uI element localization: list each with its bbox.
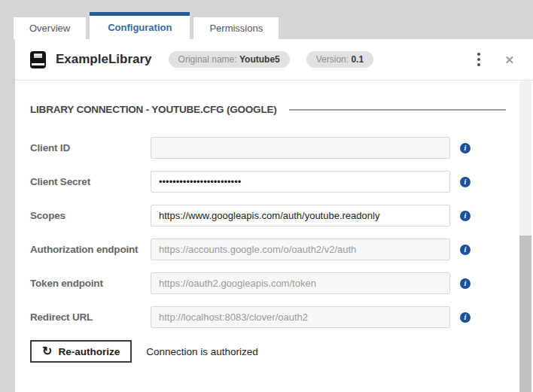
footer-row: ↻ Re-authorize Connection is authorized (30, 340, 506, 363)
reauthorize-button[interactable]: ↻ Re-authorize (30, 340, 132, 363)
tab-overview[interactable]: Overview (14, 17, 86, 39)
close-icon[interactable]: ✕ (504, 54, 514, 65)
library-book-icon (30, 51, 46, 68)
field-row-scopes: Scopesi (30, 205, 506, 226)
token-endpoint-info-icon[interactable]: i (460, 278, 471, 289)
client-secret-label: Client Secret (30, 176, 151, 187)
token-endpoint-input (151, 272, 450, 294)
token-endpoint-label: Token endpoint (30, 278, 151, 289)
badge-value: Youtube5 (239, 54, 280, 65)
tab-permissions[interactable]: Permissions (193, 17, 279, 39)
section-divider (289, 109, 506, 111)
field-row-redirect-url: Redirect URLi (30, 306, 506, 328)
field-row-token-endpoint: Token endpointi (30, 272, 506, 294)
connection-status-text: Connection is authorized (146, 346, 258, 357)
header-actions: ✕ (474, 51, 518, 68)
authorization-endpoint-input (151, 239, 450, 260)
version-badge: Version: 0.1 (306, 51, 373, 68)
vertical-scrollbar[interactable] (519, 81, 531, 392)
section-title: LIBRARY CONNECTION - YOUTUBE.CFG (GOOGLE… (30, 104, 277, 115)
authorization-endpoint-info-icon[interactable]: i (460, 245, 471, 255)
section-header: LIBRARY CONNECTION - YOUTUBE.CFG (GOOGLE… (30, 104, 506, 115)
badge-value: 0.1 (351, 54, 364, 65)
client-id-input (151, 137, 450, 159)
page-title: ExampleLibrary (56, 52, 152, 67)
field-row-client-id: Client IDi (30, 137, 506, 159)
client-secret-info-icon[interactable]: i (460, 177, 471, 187)
panel-header: ExampleLibrary Original name: Youtube5 V… (15, 39, 533, 81)
redirect-url-info-icon[interactable]: i (460, 312, 471, 323)
client-secret-input[interactable] (151, 171, 450, 193)
configuration-panel: ExampleLibrary Original name: Youtube5 V… (15, 39, 533, 392)
field-row-client-secret: Client Secreti (30, 171, 506, 193)
field-row-authorization-endpoint: Authorization endpointi (30, 239, 506, 260)
badge-label: Version: (316, 54, 349, 65)
scopes-label: Scopes (30, 210, 151, 221)
kebab-menu-icon[interactable] (474, 51, 483, 68)
client-id-label: Client ID (30, 142, 151, 153)
badge-label: Original name: (178, 54, 237, 65)
form-rows: Client IDiClient SecretiScopesiAuthoriza… (30, 137, 506, 328)
tab-bar: Overview Configuration Permissions (14, 0, 279, 39)
redirect-url-label: Redirect URL (30, 311, 151, 323)
scopes-input[interactable] (151, 205, 450, 226)
tab-configuration[interactable]: Configuration (90, 12, 190, 39)
refresh-icon: ↻ (42, 345, 52, 357)
client-id-info-icon[interactable]: i (460, 143, 471, 153)
authorization-endpoint-label: Authorization endpoint (30, 244, 151, 255)
panel-body: LIBRARY CONNECTION - YOUTUBE.CFG (GOOGLE… (15, 81, 533, 363)
redirect-url-input (151, 306, 450, 328)
scrollbar-thumb[interactable] (519, 236, 531, 392)
scopes-info-icon[interactable]: i (460, 211, 471, 221)
original-name-badge: Original name: Youtube5 (169, 51, 290, 68)
reauthorize-button-label: Re-authorize (58, 346, 120, 357)
